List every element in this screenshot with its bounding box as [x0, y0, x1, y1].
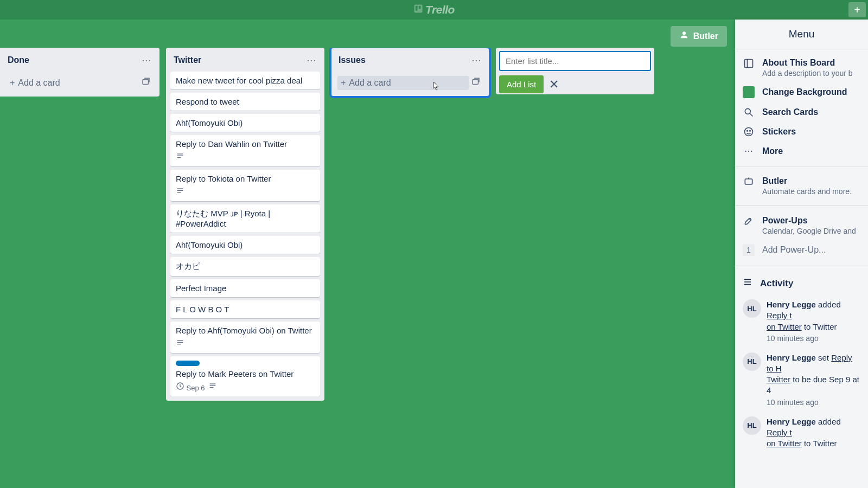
menu-item-label: Power-Ups: [762, 216, 856, 226]
card-text: Reply to Mark Peeters on Twitter: [176, 369, 315, 378]
avatar[interactable]: HL: [743, 299, 761, 318]
list-menu-icon[interactable]: ⋯: [471, 54, 482, 66]
avatar[interactable]: HL: [743, 416, 761, 435]
description-icon: [176, 152, 184, 162]
svg-point-22: [745, 128, 753, 136]
card[interactable]: Respond to tweet: [170, 93, 320, 111]
menu-item-label: More: [762, 146, 783, 156]
list-menu-icon[interactable]: ⋯: [142, 54, 152, 66]
card-badges: Sep 6: [176, 382, 315, 392]
add-card-button[interactable]: + Add a card: [337, 76, 469, 90]
menu-item-sub: Automate cards and more.: [762, 187, 852, 196]
list-issues: Issues ⋯ + Add a card: [331, 48, 489, 97]
menu-change-background[interactable]: Change Background: [735, 82, 868, 102]
menu-power-ups[interactable]: Power-Ups Calendar, Google Drive and: [735, 211, 868, 240]
list-twitter: Twitter ⋯ Make new tweet for cool pizza …: [166, 48, 324, 401]
card-text: Perfect Image: [176, 284, 315, 293]
divider: [735, 166, 868, 166]
list-done: Done ⋯ + Add a card: [0, 48, 159, 97]
list-menu-icon[interactable]: ⋯: [307, 54, 317, 66]
menu-panel: Menu About This Board Add a description …: [735, 20, 868, 488]
card[interactable]: Reply to Mark Peeters on Twitter Sep 6: [170, 356, 320, 396]
menu-item-label: Add Power-Up...: [762, 245, 826, 255]
card[interactable]: Reply to Ahf(Tomoyuki Obi) on Twitter: [170, 322, 320, 353]
menu-item-sub: Add a description to your b: [762, 69, 853, 78]
add-list-input[interactable]: [499, 51, 651, 71]
plus-icon: +: [341, 78, 346, 88]
background-swatch-icon: [743, 86, 755, 98]
menu-about-board[interactable]: About This Board Add a description to yo…: [735, 54, 868, 82]
card-badges: [176, 152, 315, 162]
rocket-icon: [743, 216, 755, 227]
menu-add-power-up[interactable]: 1 Add Power-Up...: [735, 240, 868, 260]
menu-more[interactable]: ⋯ More: [735, 142, 868, 160]
card[interactable]: Make new tweet for cool pizza deal: [170, 72, 320, 89]
card-text: F L O W B O T: [176, 305, 315, 314]
divider: [735, 266, 868, 266]
butler-button[interactable]: Butler: [671, 26, 727, 47]
activity-item: HLHenry Legge added Reply ton Twitter to…: [735, 295, 868, 348]
top-bar: Trello +: [0, 0, 868, 20]
add-card-label: Add a card: [349, 78, 391, 88]
menu-butler[interactable]: Butler Automate cards and more.: [735, 172, 868, 200]
card-text: りなたむ MVP ᴊᴘ | Ryota | #PowerAddict: [176, 209, 315, 228]
card-text: Reply to Tokiota on Twitter: [176, 174, 315, 183]
sticker-icon: [743, 126, 755, 137]
butler-icon: [679, 30, 689, 42]
activity-icon: [743, 277, 752, 290]
plus-icon: +: [854, 4, 860, 16]
menu-title: Menu: [735, 20, 868, 49]
list-title[interactable]: Twitter: [174, 55, 201, 65]
due-badge: Sep 6: [176, 382, 205, 392]
svg-point-20: [745, 108, 750, 114]
add-card-label: Add a card: [18, 78, 60, 88]
search-icon: [743, 107, 755, 118]
card-text: Ahf(Tomoyuki Obi): [176, 240, 315, 249]
card[interactable]: Ahf(Tomoyuki Obi): [170, 236, 320, 254]
card-text: Reply to Ahf(Tomoyuki Obi) on Twitter: [176, 326, 315, 335]
topbar-add-button[interactable]: +: [848, 2, 866, 17]
svg-rect-18: [745, 60, 753, 68]
menu-item-label: Stickers: [762, 127, 796, 137]
more-icon: ⋯: [743, 146, 755, 156]
menu-stickers[interactable]: Stickers: [735, 122, 868, 142]
svg-line-21: [750, 114, 753, 117]
description-icon: [208, 382, 217, 392]
menu-item-label: Butler: [762, 176, 852, 186]
list-title[interactable]: Issues: [339, 55, 366, 65]
avatar[interactable]: HL: [743, 352, 761, 371]
close-icon[interactable]: ✕: [549, 78, 559, 92]
activity-title: Activity: [760, 278, 793, 289]
card-text: Ahf(Tomoyuki Obi): [176, 118, 315, 127]
svg-point-23: [747, 131, 748, 132]
card[interactable]: Reply to Tokiota on Twitter: [170, 170, 320, 201]
card-text: Respond to tweet: [176, 97, 315, 106]
add-list-button[interactable]: Add List: [499, 75, 544, 93]
card-text: オカピ: [176, 261, 315, 272]
card[interactable]: りなたむ MVP ᴊᴘ | Ryota | #PowerAddict: [170, 204, 320, 233]
list-title[interactable]: Done: [8, 55, 29, 65]
butler-icon: [743, 176, 755, 187]
menu-search-cards[interactable]: Search Cards: [735, 102, 868, 122]
card[interactable]: Perfect Image: [170, 279, 320, 297]
add-card-button[interactable]: + Add a card: [7, 76, 139, 90]
board-canvas: Done ⋯ + Add a card Twitter ⋯ Make new t…: [0, 48, 735, 488]
activity-text: Henry Legge added Reply ton Twitter to T…: [767, 416, 860, 450]
card-template-icon[interactable]: [469, 75, 483, 91]
card[interactable]: オカピ: [170, 257, 320, 276]
description-icon: [176, 338, 184, 349]
logo-text: Trello: [425, 3, 455, 16]
add-list-composer: Add List ✕: [496, 48, 654, 94]
svg-rect-25: [745, 179, 752, 184]
svg-rect-2: [419, 6, 421, 9]
power-up-count: 1: [743, 244, 755, 256]
card[interactable]: Ahf(Tomoyuki Obi): [170, 114, 320, 132]
card-template-icon[interactable]: [139, 75, 153, 91]
card-badges: [176, 338, 315, 349]
card[interactable]: F L O W B O T: [170, 300, 320, 318]
logo[interactable]: Trello: [413, 3, 455, 16]
activity-header: Activity: [735, 272, 868, 295]
card[interactable]: Reply to Dan Wahlin on Twitter: [170, 135, 320, 166]
card-text: Make new tweet for cool pizza deal: [176, 76, 315, 85]
activity-text: Henry Legge added Reply ton Twitter to T…: [767, 299, 860, 344]
